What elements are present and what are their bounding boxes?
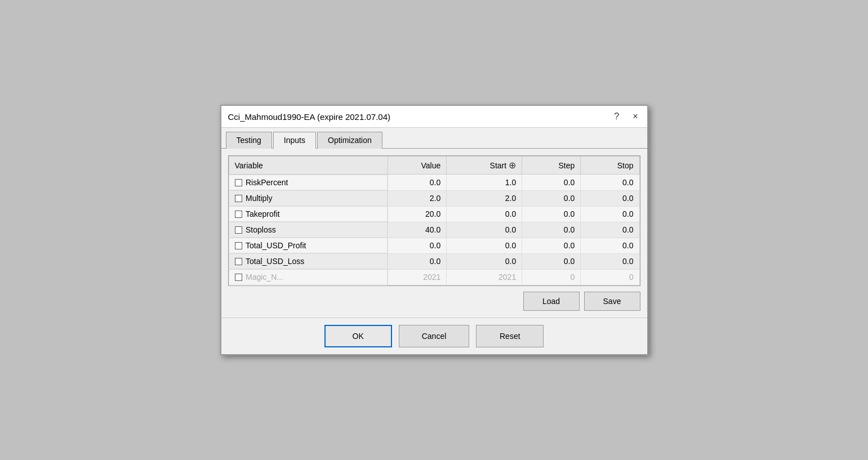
row-start-0: 1.0 <box>447 175 522 191</box>
save-button[interactable]: Save <box>584 292 640 311</box>
inputs-table: Variable Value Start ⊕ <box>229 156 640 285</box>
row-start-2: 0.0 <box>447 206 522 222</box>
row-checkbox-5[interactable] <box>235 258 242 265</box>
tab-inputs[interactable]: Inputs <box>273 132 316 149</box>
table-row: Total_USD_Profit0.00.00.00.0 <box>229 238 639 253</box>
row-step-5: 0.0 <box>522 253 581 269</box>
table-row: Multiply2.02.00.00.0 <box>229 190 639 206</box>
tab-content: Variable Value Start ⊕ <box>221 149 647 318</box>
tab-bar: Testing Inputs Optimization <box>221 128 647 149</box>
row-start-1: 2.0 <box>447 190 522 206</box>
row-value-2: 20.0 <box>388 206 447 222</box>
load-save-row: Load Save <box>228 292 640 311</box>
row-variable-3: Stoploss <box>246 225 276 234</box>
load-button[interactable]: Load <box>523 292 580 311</box>
row-value-4: 0.0 <box>388 238 447 253</box>
footer-row: OK Cancel Reset <box>221 318 647 354</box>
row-value-1: 2.0 <box>388 190 447 206</box>
row-start-6: 2021 <box>447 269 522 285</box>
title-bar-controls: ? × <box>612 110 640 123</box>
row-variable-5: Total_USD_Loss <box>246 257 304 266</box>
row-step-6: 0 <box>522 269 581 285</box>
window-title: Cci_Mahmoud1990-EA (expire 2021.07.04) <box>228 112 391 122</box>
title-bar: Cci_Mahmoud1990-EA (expire 2021.07.04) ?… <box>221 106 647 128</box>
tab-optimization[interactable]: Optimization <box>317 132 382 149</box>
table-row: RiskPercent0.01.00.00.0 <box>229 175 639 191</box>
table-row: Stoploss40.00.00.00.0 <box>229 222 639 238</box>
close-button[interactable]: × <box>630 110 640 123</box>
reset-button[interactable]: Reset <box>476 325 544 347</box>
row-variable-0: RiskPercent <box>246 178 288 187</box>
inputs-table-container: Variable Value Start ⊕ <box>228 155 640 286</box>
main-window: Cci_Mahmoud1990-EA (expire 2021.07.04) ?… <box>220 105 648 355</box>
row-variable-2: Takeprofit <box>246 209 280 218</box>
col-header-value: Value <box>388 157 447 175</box>
help-button[interactable]: ? <box>612 110 621 123</box>
col-header-start[interactable]: Start ⊕ <box>447 157 522 175</box>
row-checkbox-3[interactable] <box>235 226 242 234</box>
row-stop-0: 0.0 <box>581 175 639 191</box>
row-start-5: 0.0 <box>447 253 522 269</box>
cancel-button[interactable]: Cancel <box>399 325 470 347</box>
row-stop-5: 0.0 <box>581 253 639 269</box>
row-variable-4: Total_USD_Profit <box>246 241 306 250</box>
col-header-step: Step <box>522 157 581 175</box>
row-value-3: 40.0 <box>388 222 447 238</box>
row-step-4: 0.0 <box>522 238 581 253</box>
table-row: Total_USD_Loss0.00.00.00.0 <box>229 253 639 269</box>
row-variable-1: Multiply <box>246 194 272 203</box>
row-checkbox-6[interactable] <box>235 274 242 281</box>
row-checkbox-1[interactable] <box>235 195 242 202</box>
table-row: Magic_N...2021202100 <box>229 269 639 285</box>
row-stop-1: 0.0 <box>581 190 639 206</box>
col-resize-icon[interactable]: ⊕ <box>509 160 516 171</box>
row-variable-6: Magic_N... <box>246 273 283 282</box>
row-step-3: 0.0 <box>522 222 581 238</box>
table-scroll-area[interactable]: Variable Value Start ⊕ <box>229 156 640 285</box>
row-checkbox-0[interactable] <box>235 179 242 186</box>
row-step-0: 0.0 <box>522 175 581 191</box>
row-checkbox-2[interactable] <box>235 211 242 218</box>
row-start-4: 0.0 <box>447 238 522 253</box>
row-step-1: 0.0 <box>522 190 581 206</box>
tab-testing[interactable]: Testing <box>226 132 272 149</box>
row-stop-2: 0.0 <box>581 206 639 222</box>
col-header-variable: Variable <box>229 157 388 175</box>
row-value-0: 0.0 <box>388 175 447 191</box>
row-value-5: 0.0 <box>388 253 447 269</box>
row-stop-4: 0.0 <box>581 238 639 253</box>
row-step-2: 0.0 <box>522 206 581 222</box>
row-stop-3: 0.0 <box>581 222 639 238</box>
row-checkbox-4[interactable] <box>235 242 242 249</box>
row-value-6: 2021 <box>388 269 447 285</box>
ok-button[interactable]: OK <box>324 325 392 347</box>
col-header-stop: Stop <box>581 157 639 175</box>
table-row: Takeprofit20.00.00.00.0 <box>229 206 639 222</box>
row-stop-6: 0 <box>581 269 639 285</box>
row-start-3: 0.0 <box>447 222 522 238</box>
